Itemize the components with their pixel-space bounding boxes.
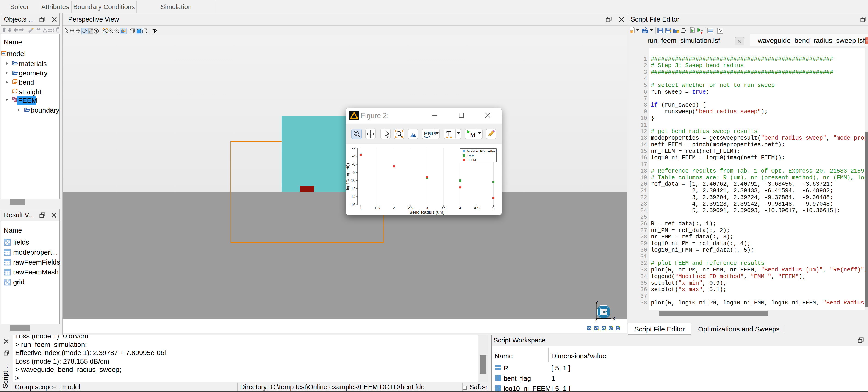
svg-text:Modified FD method: Modified FD method (467, 150, 497, 153)
svg-text:4.5: 4.5 (474, 206, 479, 210)
svg-text:-10: -10 (350, 178, 355, 183)
svg-text:-8: -8 (352, 170, 355, 175)
svg-text:-14: -14 (350, 195, 355, 199)
svg-text:-6: -6 (352, 162, 355, 166)
svg-text:?: ? (95, 29, 97, 33)
svg-text:M: M (470, 131, 476, 138)
svg-text:-16: -16 (350, 203, 355, 207)
svg-text:-2: -2 (352, 146, 355, 151)
svg-text:-12: -12 (350, 187, 355, 191)
svg-text:Bend Radius (um): Bend Radius (um) (409, 210, 444, 215)
svg-text:X: X (612, 317, 615, 321)
svg-text:Y: Y (595, 300, 598, 305)
svg-text:1 2: 1 2 (89, 31, 92, 33)
svg-text:YZ: YZ (602, 327, 606, 330)
svg-text:2: 2 (393, 206, 395, 210)
svg-text:PNG: PNG (424, 130, 436, 137)
svg-text:T: T (446, 130, 451, 138)
svg-text:FMM: FMM (467, 154, 474, 158)
svg-text:-4: -4 (352, 154, 355, 158)
svg-text:XZ: XZ (595, 327, 598, 330)
svg-text:TOP: TOP (601, 311, 607, 314)
svg-text:1.5: 1.5 (374, 206, 380, 210)
svg-text:1: 1 (360, 206, 362, 210)
svg-text:4: 4 (459, 206, 461, 210)
svg-text:FEEM: FEEM (467, 158, 476, 162)
svg-text:5: 5 (492, 206, 494, 210)
svg-text:XY: XY (587, 327, 591, 330)
svg-text:log10(Im(neff)): log10(Im(neff)) (346, 163, 350, 190)
svg-text:Z: Z (595, 318, 598, 322)
